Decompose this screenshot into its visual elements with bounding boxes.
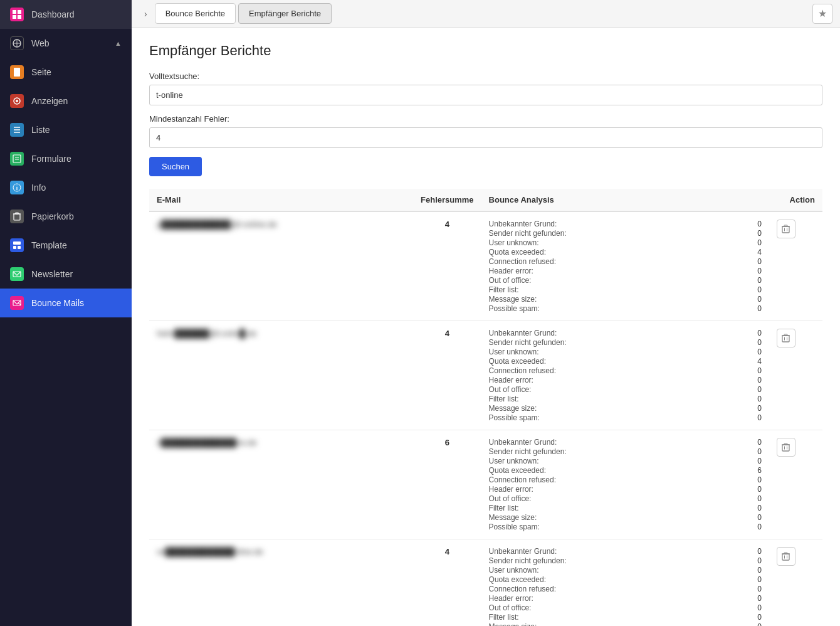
bounce-label-message_size: Message size:: [489, 295, 753, 304]
sidebar-item-bounce-mails[interactable]: Bounce Mails: [0, 289, 132, 317]
sidebar-item-web[interactable]: Web ▲: [0, 29, 132, 58]
bounce-value-user_unknown: 0: [757, 457, 762, 465]
sidebar-label-liste: Liste: [31, 125, 50, 135]
bounce-label-out_of_office: Out of office:: [489, 385, 753, 394]
bounce-value-quota_exceeded: 6: [757, 466, 762, 475]
svg-rect-33: [782, 336, 789, 342]
web-icon: [10, 36, 24, 50]
delete-button[interactable]: [777, 438, 795, 457]
sidebar-item-seite[interactable]: Seite: [0, 58, 132, 87]
sidebar-label-formulare: Formulare: [31, 154, 71, 164]
bounce-value-quota_exceeded: 4: [757, 357, 762, 366]
bounce-label-filter_list: Filter list:: [489, 613, 753, 622]
email-value: d█████████████ne.de: [157, 438, 257, 447]
bounce-label-header_error: Header error:: [489, 485, 753, 494]
cell-fehlersumme: 4: [413, 321, 481, 430]
bounce-value-message_size: 0: [757, 622, 762, 626]
delete-button[interactable]: [777, 329, 795, 347]
bounce-value-sender_nicht_gefunden: 0: [757, 229, 762, 238]
bounce-label-user_unknown: User unknown:: [489, 347, 753, 356]
bounce-label-quota_exceeded: Quota exceeded:: [489, 575, 753, 584]
svg-rect-3: [18, 15, 21, 19]
sidebar-item-liste[interactable]: Liste: [0, 115, 132, 144]
bounce-label-filter_list: Filter list:: [489, 285, 753, 294]
svg-rect-1: [18, 10, 21, 14]
table-row: d█████████████ne.de6Unbekannter Grund:0S…: [149, 430, 822, 539]
sidebar-item-papierkorb[interactable]: Papierkorb: [0, 202, 132, 231]
table-header-row: E-Mail Fehlersumme Bounce Analysis Actio…: [149, 189, 822, 211]
bounce-value-connection_refused: 0: [757, 257, 762, 266]
papierkorb-icon: [10, 210, 24, 223]
svg-rect-40: [784, 443, 787, 445]
seite-icon: [10, 65, 24, 79]
bounce-value-user_unknown: 0: [757, 347, 762, 356]
chevron-up-icon: ▲: [115, 40, 122, 47]
delete-button[interactable]: [777, 220, 795, 238]
min-errors-label: Mindestanzahl Fehler:: [149, 114, 822, 124]
bounce-value-quota_exceeded: 4: [757, 248, 762, 257]
sidebar-label-seite: Seite: [31, 67, 51, 77]
sidebar-item-formulare[interactable]: Formulare: [0, 144, 132, 173]
cell-email: p████████████@t-online.de: [149, 211, 413, 321]
sidebar-item-dashboard[interactable]: Dashboard: [0, 0, 132, 29]
col-header-fehlersumme: Fehlersumme: [413, 189, 481, 211]
svg-rect-24: [13, 246, 16, 249]
bounce-value-unbekannter_grund: 0: [757, 220, 762, 228]
topbar-chevron[interactable]: ›: [139, 6, 152, 21]
bounce-label-filter_list: Filter list:: [489, 504, 753, 512]
bounce-label-connection_refused: Connection refused:: [489, 366, 753, 375]
sidebar-label-dashboard: Dashboard: [31, 9, 75, 19]
tab-bounce-berichte[interactable]: Bounce Berichte: [155, 3, 236, 24]
results-table: E-Mail Fehlersumme Bounce Analysis Actio…: [149, 189, 822, 626]
cell-bounce-analysis: Unbekannter Grund:0Sender nicht gefunden…: [481, 539, 769, 627]
cell-bounce-analysis: Unbekannter Grund:0Sender nicht gefunden…: [481, 321, 769, 430]
svg-rect-43: [782, 554, 789, 560]
sidebar-item-anzeigen[interactable]: Anzeigen: [0, 87, 132, 115]
bounce-label-sender_nicht_gefunden: Sender nicht gefunden:: [489, 556, 753, 565]
sidebar-item-template[interactable]: Template: [0, 231, 132, 260]
cell-action: [769, 211, 822, 321]
cell-fehlersumme: 4: [413, 211, 481, 321]
bounce-label-possible_spam: Possible spam:: [489, 413, 753, 422]
email-value: ve████████████nline.de: [157, 547, 263, 556]
svg-rect-2: [13, 15, 16, 19]
bounce-value-filter_list: 0: [757, 504, 762, 512]
search-button[interactable]: Suchen: [149, 157, 202, 176]
col-header-action: Action: [769, 189, 822, 211]
sidebar-item-info[interactable]: i Info: [0, 173, 132, 202]
svg-text:i: i: [16, 185, 18, 191]
svg-rect-30: [784, 225, 787, 226]
cell-email: ve████████████nline.de: [149, 539, 413, 627]
cell-bounce-analysis: Unbekannter Grund:0Sender nicht gefunden…: [481, 211, 769, 321]
svg-rect-20: [14, 214, 20, 220]
bounce-value-connection_refused: 0: [757, 585, 762, 593]
col-header-bounce: Bounce Analysis: [481, 189, 769, 211]
bounce-label-unbekannter_grund: Unbekannter Grund:: [489, 220, 753, 228]
bounce-value-user_unknown: 0: [757, 238, 762, 247]
bounce-value-header_error: 0: [757, 376, 762, 385]
cell-action: [769, 539, 822, 627]
col-header-email: E-Mail: [149, 189, 413, 211]
star-button[interactable]: ★: [812, 4, 832, 24]
bounce-value-out_of_office: 0: [757, 494, 762, 503]
bounce-label-quota_exceeded: Quota exceeded:: [489, 466, 753, 475]
email-value: helm██████@t-onlin█.de: [157, 329, 256, 338]
bounce-value-header_error: 0: [757, 485, 762, 494]
table-row: helm██████@t-onlin█.de4Unbekannter Grund…: [149, 321, 822, 430]
content-area: Empfänger Berichte Volltextsuche: Mindes…: [132, 28, 840, 626]
template-icon: [10, 238, 24, 252]
search-label: Volltextsuche:: [149, 72, 822, 81]
delete-button[interactable]: [777, 547, 795, 566]
bounce-label-sender_nicht_gefunden: Sender nicht gefunden:: [489, 338, 753, 347]
tab-empfaenger-berichte[interactable]: Empfänger Berichte: [238, 3, 332, 24]
bounce-value-possible_spam: 0: [757, 523, 762, 531]
search-input[interactable]: [149, 85, 822, 105]
sidebar-item-newsletter[interactable]: Newsletter: [0, 260, 132, 289]
liste-icon: [10, 123, 24, 137]
svg-rect-35: [784, 334, 787, 336]
bounce-label-message_size: Message size:: [489, 622, 753, 626]
bounce-value-sender_nicht_gefunden: 0: [757, 338, 762, 347]
bounce-label-out_of_office: Out of office:: [489, 494, 753, 503]
min-errors-input[interactable]: [149, 127, 822, 148]
sidebar: Dashboard Web ▲ Seite Anzeigen Liste For…: [0, 0, 132, 626]
